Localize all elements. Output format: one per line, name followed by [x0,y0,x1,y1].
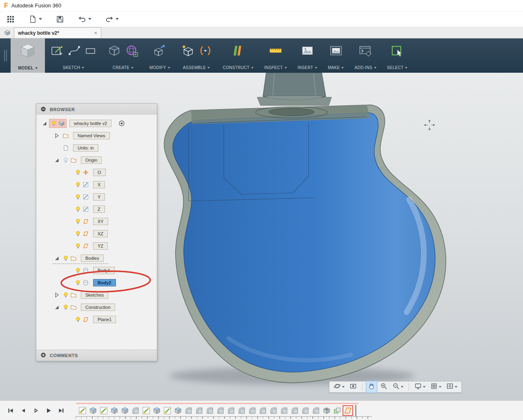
browser-item-xy[interactable]: XY [36,215,157,228]
timeline-feature-extrude[interactable] [110,406,119,415]
grid-display-button[interactable] [428,381,443,393]
timeline-feature-fillet[interactable] [301,406,310,415]
browser-item-label[interactable]: Origin [81,156,102,164]
visibility-bulb-icon[interactable] [62,292,69,298]
viewports-button[interactable] [444,381,459,393]
pan-button[interactable] [366,381,377,393]
timeline-feature-fillet[interactable] [184,406,193,415]
visibility-bulb-icon[interactable] [75,194,81,200]
timeline-feature-plane[interactable] [343,406,352,415]
visibility-bulb-icon[interactable] [75,230,81,237]
expand-comments-icon[interactable] [40,352,46,359]
comments-bar[interactable]: COMMENTS [36,350,157,361]
visibility-bulb-icon[interactable] [75,169,81,176]
timeline-feature-fillet[interactable] [248,406,257,415]
visibility-bulb-icon[interactable] [75,267,81,274]
visibility-bulb-icon[interactable] [75,279,81,286]
ribbon-group-modify[interactable]: MODIFY [144,38,176,73]
zoom-button[interactable] [378,381,389,393]
timeline-feature-extrude[interactable] [89,406,98,415]
timeline-ruler[interactable] [76,416,372,419]
new-component-icon[interactable] [181,44,195,59]
visibility-bulb-icon[interactable] [75,181,81,188]
browser-item-whacky-bottle-v2[interactable]: whacky bottle v2 [36,117,157,130]
browser-item-label[interactable]: YZ [93,242,108,250]
timeline-feature-sketch[interactable] [78,406,87,415]
zoom-window-button[interactable] [390,381,405,393]
joint-icon[interactable] [198,44,212,59]
browser-item-x[interactable]: X [36,179,157,191]
go-to-start-button[interactable] [7,407,14,414]
timeline-feature-sketch[interactable] [142,406,151,415]
timeline-feature-fillet[interactable] [280,406,289,415]
browser-item-units-in[interactable]: Units: in [36,142,157,154]
visibility-bulb-icon[interactable] [75,316,81,323]
browser-item-y[interactable]: Y [36,191,157,203]
timeline-feature-sketch[interactable] [99,406,108,415]
app-launcher-button[interactable] [7,15,15,23]
timeline-feature-fillet[interactable] [131,406,140,415]
browser-item-named-views[interactable]: Named Views [36,130,157,142]
ribbon-group-inspect[interactable]: INSPECT [259,38,292,73]
timeline-feature-sketch[interactable] [163,406,172,415]
box-icon[interactable] [107,44,121,59]
rectangle-icon[interactable] [85,45,97,58]
timeline-feature-shell[interactable] [322,406,331,415]
image-icon[interactable] [300,44,314,59]
press-pull-icon[interactable] [153,44,167,59]
ribbon-group-create[interactable]: CREATE [102,38,144,73]
scripts-icon[interactable] [358,44,372,59]
ribbon-group-insert[interactable]: INSERT [292,38,323,73]
browser-item-label[interactable]: Bodies [81,255,104,262]
timeline-position-marker[interactable] [355,405,356,416]
timeline-feature-fillet[interactable] [216,406,225,415]
timeline-feature-fillet[interactable] [312,406,320,415]
browser-item-label[interactable]: Z [93,206,105,213]
go-to-end-button[interactable] [58,407,65,414]
activate-component-radio-icon[interactable] [118,120,125,127]
browser-item-label[interactable]: Plane1 [93,316,116,323]
print-icon[interactable] [329,44,343,59]
orbit-button[interactable] [332,381,347,393]
create-sketch-icon[interactable] [50,44,64,59]
expander-icon[interactable] [53,292,60,298]
select-icon[interactable] [390,44,404,59]
expander-icon[interactable] [41,120,48,127]
browser-item-label[interactable]: Body2 [93,279,116,286]
ribbon-group-make[interactable]: MAKE [323,38,349,73]
document-tab[interactable]: whacky bottle v2* × [14,27,101,38]
browser-item-label[interactable]: Sketches [81,291,108,299]
ribbon-group-select[interactable]: SELECT [382,38,413,73]
expander-icon[interactable] [53,132,60,139]
browser-item-label[interactable]: Body1 [93,267,115,274]
visibility-bulb-icon[interactable] [62,304,69,311]
visibility-bulb-icon[interactable] [51,120,57,127]
timeline-feature-fillet[interactable] [205,406,214,415]
browser-item-label[interactable]: Construction [81,304,115,311]
visibility-bulb-icon[interactable] [75,243,81,249]
file-menu-button[interactable] [29,15,42,23]
timeline-feature-fillet[interactable] [195,406,204,415]
browser-item-body2[interactable]: Body2 [36,277,157,289]
ribbon-group-assemble[interactable]: ASSEMBLE [176,38,218,73]
browser-item-plane1[interactable]: Plane1 [36,313,157,326]
measure-icon[interactable] [269,44,283,59]
timeline-feature-fillet[interactable] [290,406,299,415]
timeline-feature-extrude[interactable] [174,406,182,415]
browser-item-label[interactable]: O [93,169,106,176]
workspace-switcher[interactable]: MODEL [11,38,45,73]
browser-item-xz[interactable]: XZ [36,228,157,240]
browser-item-construction[interactable]: Construction [36,301,157,313]
ribbon-group-construct[interactable]: CONSTRUCT [218,38,259,73]
visibility-bulb-icon[interactable] [62,255,69,261]
browser-item-body1[interactable]: Body1 [36,264,157,277]
expander-icon[interactable] [53,157,60,163]
look-at-button[interactable] [347,381,359,393]
browser-item-label[interactable]: whacky bottle v2 [69,120,111,127]
tab-close-icon[interactable]: × [94,30,97,36]
ribbon-group-add-ins[interactable]: ADD-INS [349,38,381,73]
browser-item-label[interactable]: XZ [93,230,108,237]
expander-icon[interactable] [53,304,60,311]
timeline-feature-fillet[interactable] [269,406,278,415]
browser-item-origin[interactable]: Origin [36,154,157,166]
